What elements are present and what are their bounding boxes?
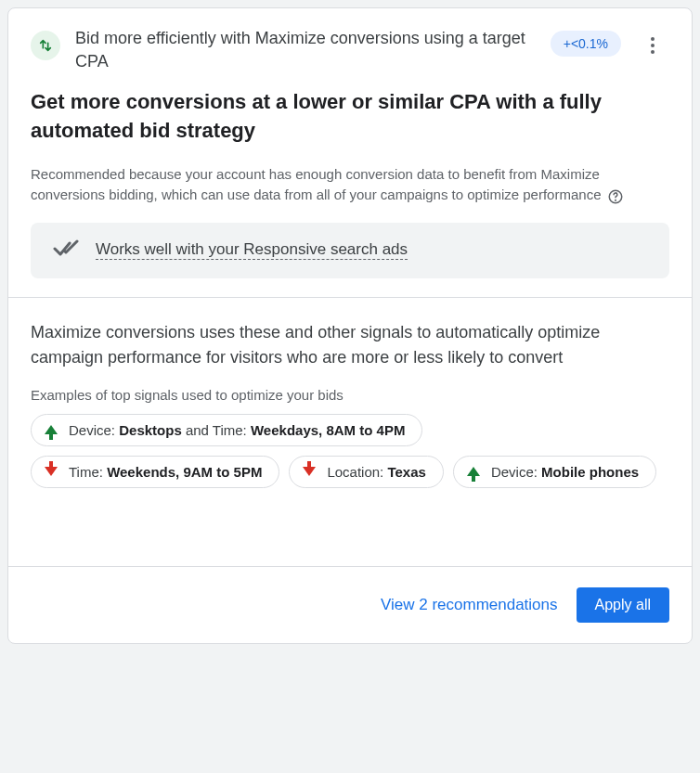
card-title: Bid more efficiently with Maximize conve… (75, 27, 536, 73)
bid-arrows-icon (31, 31, 60, 60)
signal-chip: Device: Mobile phones (453, 456, 656, 488)
arrow-up-icon (45, 425, 58, 434)
more-vert-icon (651, 37, 655, 54)
works-well-callout: Works well with your Responsive search a… (31, 223, 669, 278)
description-text: Recommended because your account has eno… (31, 164, 669, 206)
signal-chip: Device: Desktops and Time: Weekdays, 8AM… (31, 414, 422, 446)
score-uplift-badge: +<0.1% (551, 31, 621, 57)
svg-point-1 (615, 200, 616, 200)
view-recommendations-link[interactable]: View 2 recommendations (381, 596, 558, 614)
signal-chip: Location: Texas (289, 456, 443, 488)
arrow-down-icon (303, 467, 316, 476)
overflow-menu-button[interactable] (636, 29, 669, 62)
works-well-link[interactable]: Works well with your Responsive search a… (96, 240, 408, 260)
help-icon[interactable] (607, 188, 624, 205)
headline-text: Get more conversions at a lower or simil… (31, 88, 669, 146)
card-footer: View 2 recommendations Apply all (8, 566, 692, 643)
signals-label: Examples of top signals used to optimize… (8, 387, 692, 414)
arrow-down-icon (45, 467, 58, 476)
card-header: Bid more efficiently with Maximize conve… (8, 8, 692, 88)
headline-section: Get more conversions at a lower or simil… (8, 88, 692, 297)
apply-all-button[interactable]: Apply all (577, 587, 669, 623)
signal-chips-container: Device: Desktops and Time: Weekdays, 8AM… (8, 414, 692, 510)
double-check-icon (53, 239, 79, 262)
signals-description: Maximize conversions uses these and othe… (8, 298, 692, 387)
signal-chip: Time: Weekends, 9AM to 5PM (31, 456, 279, 488)
recommendation-card: Bid more efficiently with Maximize conve… (7, 7, 693, 644)
arrow-up-icon (467, 467, 480, 476)
